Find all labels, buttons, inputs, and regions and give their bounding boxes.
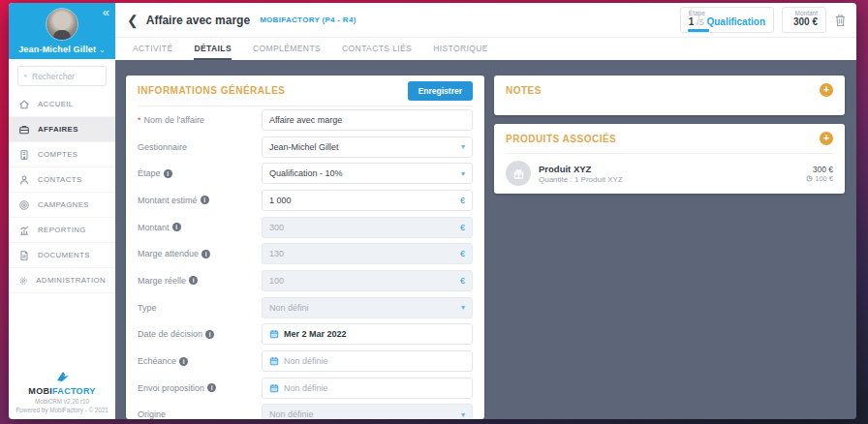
sidebar-item-accueil[interactable]: ACCUEIL (9, 92, 115, 117)
sidebar-item-reporting[interactable]: REPORTING (9, 218, 115, 243)
sidebar-footer: MOBIFACTORY MobiCRM v2.20 r10 Powered by… (9, 369, 115, 419)
real-margin-input (269, 276, 460, 286)
gift-icon (506, 161, 531, 186)
field-label: Echéance (138, 356, 176, 366)
account-link[interactable]: MOBIFACTORY (P4 - R4) (260, 15, 356, 24)
user-avatar[interactable] (46, 8, 78, 41)
calendar-icon (269, 356, 279, 366)
info-icon[interactable]: i (202, 250, 210, 258)
sidebar-item-campagnes[interactable]: CAMPAGNES (9, 193, 115, 218)
products-card: PRODUITS ASSOCIÉS + Produit XYZ Quantité… (494, 124, 845, 194)
search-input[interactable] (32, 72, 100, 81)
field-origine: Origine Non définie▾ (138, 402, 473, 419)
info-icon[interactable]: i (189, 276, 198, 285)
sidebar-item-affaires[interactable]: AFFAIRES (9, 117, 115, 142)
bird-logo-icon (54, 371, 70, 382)
sidebar-item-comptes[interactable]: COMPTES (9, 142, 115, 167)
expected-margin-input (269, 249, 460, 258)
deal-name-input[interactable] (269, 115, 465, 125)
field-etape: Étapei Qualification - 10%▾ (138, 160, 473, 187)
decision-date-input[interactable]: Mer 2 Mar 2022 (262, 323, 473, 345)
search-box[interactable] (17, 66, 107, 86)
field-montant: Montanti € (138, 214, 473, 241)
tab-activite[interactable]: ACTIVITÉ (133, 38, 172, 60)
building-icon (18, 149, 30, 161)
tab-historique[interactable]: HISTORIQUE (433, 38, 488, 60)
field-label: Type (138, 303, 157, 313)
general-info-card: INFORMATIONS GÉNÉRALES Enregistrer *Nom … (126, 76, 484, 419)
field-label: Marge réelle (138, 276, 186, 286)
sidebar-item-label: REPORTING (38, 226, 86, 234)
field-label: Montant estimé (138, 196, 198, 205)
powered-by: Powered by MobiFactory - © 2021 (9, 407, 115, 413)
trash-icon[interactable] (834, 14, 847, 27)
stage-total: /5 (697, 17, 704, 27)
sidebar-item-label: ADMINISTRATION (36, 276, 106, 285)
add-product-button[interactable]: + (820, 132, 833, 145)
manager-select[interactable]: Jean-Michel Gillet▾ (262, 136, 473, 158)
user-menu[interactable]: Jean-Michel Gillet ⌄ (18, 45, 106, 54)
chevron-down-icon: ⌄ (99, 45, 106, 54)
add-note-button[interactable]: + (820, 83, 833, 97)
info-icon[interactable]: i (205, 330, 214, 339)
amount-value: 300 € (790, 16, 818, 27)
euro-suffix: € (460, 196, 465, 205)
sidebar-item-label: AFFAIRES (38, 125, 78, 134)
due-date-input[interactable]: Non définie (262, 350, 473, 372)
collapse-sidebar-icon[interactable]: « (103, 5, 109, 19)
field-label: Nom de l'affaire (144, 115, 205, 125)
field-echeance: Echéancei Non définie (138, 348, 473, 375)
sidebar-item-label: COMPTES (38, 150, 78, 159)
tab-details[interactable]: DÉTAILS (194, 38, 232, 60)
notes-card: NOTES + (494, 76, 845, 115)
stage-select[interactable]: Qualification - 10%▾ (262, 163, 473, 184)
mobifactory-logo: MOBIFACTORY (9, 369, 115, 396)
sidebar-item-label: DOCUMENTS (38, 251, 90, 259)
info-icon[interactable]: i (172, 223, 181, 231)
save-button[interactable]: Enregistrer (408, 81, 473, 101)
field-label: Gestionnaire (138, 142, 187, 152)
estimated-amount-input[interactable] (269, 196, 460, 205)
home-icon (18, 99, 30, 110)
tab-complements[interactable]: COMPLÉMENTS (253, 38, 321, 60)
info-icon[interactable]: i (201, 196, 209, 204)
euro-suffix: € (460, 249, 465, 258)
field-label: Envoi proposition (138, 383, 204, 393)
info-icon[interactable]: i (179, 357, 188, 366)
field-gestionnaire: Gestionnaire Jean-Michel Gillet▾ (138, 134, 473, 161)
stage-current: 1 (689, 16, 695, 27)
product-margin: 100 € (815, 174, 833, 183)
info-icon[interactable]: i (207, 383, 216, 392)
main-area: ❮ Affaire avec marge MOBIFACTORY (P4 - R… (115, 3, 856, 419)
type-select[interactable]: Non défini▾ (262, 297, 473, 318)
chevron-down-icon: ▾ (461, 169, 465, 178)
chevron-down-icon: ▾ (461, 142, 465, 151)
euro-suffix: € (460, 223, 465, 232)
info-icon[interactable]: i (164, 169, 172, 178)
back-icon[interactable]: ❮ (127, 14, 139, 27)
calendar-icon (269, 329, 279, 339)
product-name: Produit XYZ (539, 164, 623, 174)
product-row[interactable]: Produit XYZ Quantité : 1 Produit XYZ 300… (506, 153, 833, 186)
chart-icon (18, 225, 30, 236)
tabbar: ACTIVITÉ DÉTAILS COMPLÉMENTS CONTACTS LI… (115, 37, 856, 60)
sidebar-search (9, 59, 115, 92)
sidebar-menu: ACCUEIL AFFAIRES COMPTES CONTACTS CAMPAG… (9, 92, 115, 293)
chevron-down-icon: ▾ (461, 303, 465, 312)
notes-title: NOTES (506, 85, 542, 96)
sidebar-item-contacts[interactable]: CONTACTS (9, 167, 115, 193)
target-icon (18, 199, 30, 211)
page-title: Affaire avec marge (146, 14, 250, 27)
proposal-date-input[interactable]: Non définie (262, 378, 473, 399)
stage-indicator[interactable]: Étape 1 /5 Qualification (680, 7, 774, 33)
sidebar-item-administration[interactable]: ADMINISTRATION (9, 268, 115, 293)
origin-select[interactable]: Non définie▾ (262, 404, 473, 419)
margin-icon (806, 175, 813, 182)
app-version: MobiCRM v2.20 r10 (9, 398, 115, 405)
right-column: NOTES + PRODUITS ASSOCIÉS + Produi (494, 76, 845, 419)
field-label: Marge attendue (138, 249, 199, 258)
sidebar-item-documents[interactable]: DOCUMENTS (9, 243, 115, 268)
products-title: PRODUITS ASSOCIÉS (506, 134, 616, 144)
tab-contacts-lies[interactable]: CONTACTS LIÉS (342, 38, 412, 60)
amount-indicator: Montant 300 € (782, 7, 826, 33)
